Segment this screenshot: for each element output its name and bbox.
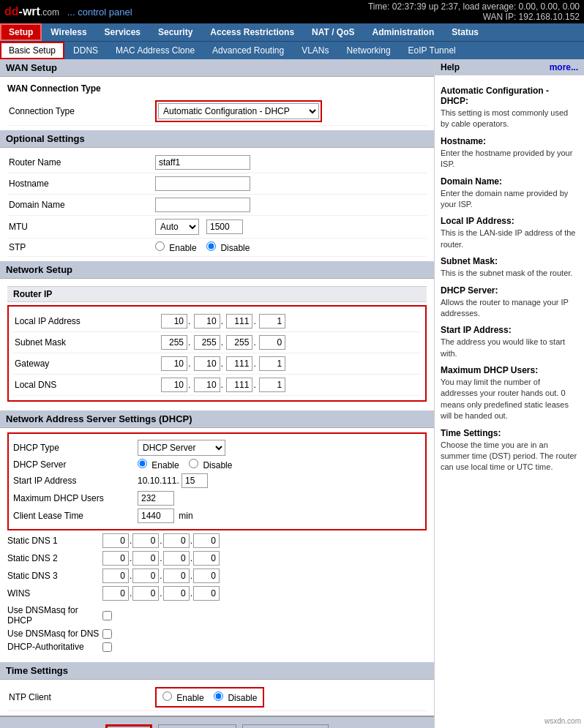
- router-ip-box: Local IP Address . . . Subnet Mask . . .: [7, 305, 427, 402]
- help-item-0-text: This setting is most commonly used by ca…: [441, 108, 578, 130]
- router-name-input[interactable]: [155, 155, 250, 170]
- nav-administration[interactable]: Administration: [364, 23, 443, 41]
- subnav-advanced-routing[interactable]: Advanced Routing: [203, 42, 293, 59]
- sub-nav: Basic Setup DDNS MAC Address Clone Advan…: [0, 41, 584, 59]
- local-ip-2[interactable]: [194, 314, 220, 329]
- subnet-4[interactable]: [259, 335, 285, 350]
- ntp-value: Enable Disable: [155, 687, 425, 708]
- nav-status[interactable]: Status: [443, 23, 487, 41]
- mtu-select[interactable]: Auto Manual: [155, 219, 199, 235]
- mtu-input[interactable]: [206, 219, 243, 234]
- cancel-button[interactable]: Cancel Changes: [242, 724, 329, 728]
- dhcp-authoritative-checkbox[interactable]: [102, 642, 112, 652]
- local-dns-4[interactable]: [259, 378, 285, 392]
- stp-enable-label[interactable]: Enable: [155, 243, 199, 253]
- stp-disable-radio[interactable]: [206, 241, 216, 251]
- static-dns2-row: Static DNS 2 . . .: [7, 549, 427, 567]
- nav-nat-qos[interactable]: NAT / QoS: [303, 23, 363, 41]
- wan-setup-header: WAN Setup: [0, 59, 434, 77]
- dns3-4[interactable]: [193, 568, 220, 583]
- subnav-ddns[interactable]: DDNS: [64, 42, 107, 59]
- local-ip-3[interactable]: [226, 314, 252, 329]
- dns3-3[interactable]: [163, 568, 190, 583]
- domain-name-input[interactable]: [155, 198, 250, 212]
- gateway-2[interactable]: [194, 356, 220, 371]
- use-dnsmasq-dhcp-label: Use DNSMasq for DHCP: [7, 605, 102, 626]
- dhcp-disable-label[interactable]: Disable: [189, 460, 232, 470]
- dns2-1[interactable]: [102, 551, 129, 566]
- dhcp-enable-label[interactable]: Enable: [138, 460, 181, 470]
- dns1-4[interactable]: [193, 533, 220, 548]
- wins-4[interactable]: [193, 586, 220, 601]
- dns2-4[interactable]: [193, 551, 220, 566]
- wins-1[interactable]: [102, 586, 129, 601]
- help-item-7-text: You may limit the number of addresses yo…: [441, 377, 578, 422]
- optional-settings-header: Optional Settings: [0, 130, 434, 148]
- subnav-mac-address-clone[interactable]: MAC Address Clone: [107, 42, 203, 59]
- nav-access-restrictions[interactable]: Access Restrictions: [201, 23, 303, 41]
- local-dns-1[interactable]: [161, 378, 187, 392]
- subnet-3[interactable]: [226, 335, 252, 350]
- ntp-disable-label[interactable]: Disable: [214, 693, 257, 703]
- local-dns-2[interactable]: [194, 378, 220, 392]
- gateway-3[interactable]: [226, 356, 252, 371]
- help-item-3-title: Local IP Address:: [441, 216, 578, 226]
- conn-type-select[interactable]: Automatic Configuration - DHCP Static IP…: [158, 103, 319, 119]
- apply-button[interactable]: Apply Settings: [158, 724, 236, 728]
- subnav-networking[interactable]: Networking: [338, 42, 400, 59]
- dhcp-type-select[interactable]: DHCP Server DHCP Forwarder Disabled: [138, 440, 225, 456]
- stp-enable-radio[interactable]: [155, 241, 165, 251]
- logo-dd: dd: [4, 5, 19, 18]
- dns1-1[interactable]: [102, 533, 129, 548]
- start-ip-label: Start IP Address: [13, 476, 138, 486]
- stp-disable-label[interactable]: Disable: [206, 243, 250, 253]
- subnav-basic-setup[interactable]: Basic Setup: [0, 42, 64, 59]
- ntp-enable-radio[interactable]: [162, 691, 172, 701]
- dns2-2[interactable]: [132, 551, 159, 566]
- dns3-2[interactable]: [132, 568, 159, 583]
- start-ip-input[interactable]: [181, 473, 208, 488]
- save-button[interactable]: Save: [105, 724, 152, 728]
- wins-2[interactable]: [132, 586, 159, 601]
- dhcp-server-row: DHCP Server Enable Disable: [13, 457, 421, 472]
- dns2-3[interactable]: [163, 551, 190, 566]
- dhcp-disable-radio[interactable]: [189, 459, 198, 468]
- nav-security[interactable]: Security: [149, 23, 201, 41]
- ntp-disable-radio[interactable]: [214, 691, 223, 701]
- ntp-enable-label[interactable]: Enable: [162, 693, 206, 703]
- use-dnsmasq-dhcp-checkbox[interactable]: [102, 611, 112, 620]
- max-users-input[interactable]: [138, 491, 174, 506]
- nav-services[interactable]: Services: [96, 23, 149, 41]
- use-dnsmasq-dns-checkbox[interactable]: [102, 629, 112, 639]
- help-more-link[interactable]: more...: [550, 62, 578, 72]
- local-ip-1[interactable]: [161, 314, 187, 329]
- wins-3[interactable]: [163, 586, 190, 601]
- dns1-2[interactable]: [132, 533, 159, 548]
- watermark: wsxdn.com: [544, 717, 581, 725]
- dhcp-server-value: Enable Disable: [138, 459, 232, 470]
- hostname-row: Hostname: [7, 173, 427, 195]
- gateway-1[interactable]: [161, 356, 187, 371]
- subnav-eoip-tunnel[interactable]: EoIP Tunnel: [400, 42, 465, 59]
- bottom-bar: Save Apply Settings Cancel Changes: [0, 716, 434, 728]
- nav-wireless[interactable]: Wireless: [42, 23, 95, 41]
- use-dnsmasq-dns-row: Use DNSMasq for DNS: [7, 627, 427, 640]
- lease-time-unit: min: [179, 511, 192, 521]
- static-dns3-label: Static DNS 3: [7, 571, 102, 581]
- local-ip-4[interactable]: [259, 314, 285, 329]
- dhcp-enable-radio[interactable]: [138, 459, 147, 468]
- help-item-3-text: This is the LAN-side IP address of the r…: [441, 228, 578, 250]
- lease-time-input[interactable]: [138, 509, 174, 523]
- subnet-2[interactable]: [194, 335, 220, 350]
- dns1-3[interactable]: [163, 533, 190, 548]
- subnav-vlans[interactable]: VLANs: [293, 42, 337, 59]
- help-item-6-text: The address you would like to start with…: [441, 337, 578, 359]
- local-dns-3[interactable]: [226, 378, 252, 392]
- dns3-1[interactable]: [102, 568, 129, 583]
- subnet-1[interactable]: [161, 335, 187, 350]
- gateway-4[interactable]: [259, 356, 285, 371]
- nav-setup[interactable]: Setup: [0, 23, 42, 41]
- logo-wrt: -wrt: [19, 5, 40, 18]
- hostname-input[interactable]: [155, 176, 250, 191]
- domain-name-value: [155, 198, 425, 212]
